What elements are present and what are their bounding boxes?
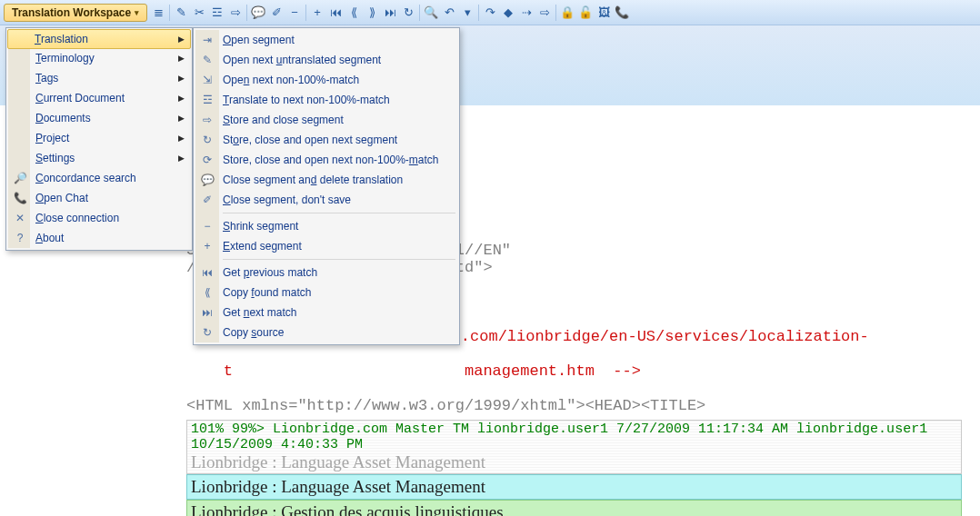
- submenu-item[interactable]: ⇨Store and close segment: [195, 110, 457, 130]
- menu-item[interactable]: ?About: [8, 228, 190, 248]
- submenu-item[interactable]: ⏮Get previous match: [195, 263, 457, 283]
- menu-item[interactable]: 📞Open Chat: [8, 188, 190, 208]
- submenu-item[interactable]: ⏭Get next match: [195, 303, 457, 322]
- menu-item-label: Terminology: [35, 52, 95, 64]
- toolbar-icon-13[interactable]: ↻: [399, 4, 417, 22]
- submenu-item[interactable]: ⟪Copy found match: [195, 283, 457, 303]
- menu-item-label: Project: [35, 132, 69, 144]
- tm-text: Lionbridge : Language Asset Management: [191, 452, 957, 472]
- menu-separator: [223, 259, 455, 260]
- submenu-item[interactable]: 💬Close segment and delete translation: [195, 170, 457, 190]
- toolbar-icon-7[interactable]: −: [285, 4, 304, 22]
- toolbar-icon-2[interactable]: ✂: [190, 4, 208, 22]
- toolbar-icon-18[interactable]: ◆: [499, 4, 517, 22]
- submenu-arrow-icon: ▶: [178, 74, 185, 83]
- submenu-item-label: Copy source: [223, 326, 284, 339]
- main-menu: Translation▶Terminology▶Tags▶Current Doc…: [5, 27, 193, 251]
- menu-item[interactable]: Translation▶: [7, 29, 191, 49]
- submenu-item-icon: ✐: [199, 194, 215, 206]
- menu-item-icon: ✕: [12, 212, 28, 224]
- submenu-item-label: Translate to next non-100%-match: [223, 94, 390, 106]
- toolbar-icon-21[interactable]: 🔒: [558, 4, 576, 22]
- menu-item[interactable]: Current Document▶: [8, 88, 190, 108]
- submenu-item-icon: ⇥: [199, 34, 215, 46]
- toolbar-icon-6[interactable]: ✐: [267, 4, 285, 22]
- toolbar-row: Translation Workspace ≣✎✂☲⇨💬✐−+⏮⟪⟫⏭↻🔍↶▾↷…: [0, 0, 980, 25]
- submenu-item-icon: ☲: [199, 94, 215, 106]
- segment-target[interactable]: Lionbridge : Gestion des acquis linguist…: [186, 500, 962, 516]
- submenu-item[interactable]: −Shrink segment: [195, 216, 457, 236]
- toolbar-icon-19[interactable]: ⇢: [517, 4, 535, 22]
- menu-item-icon: ?: [12, 232, 28, 244]
- submenu-item-icon: 💬: [199, 174, 215, 186]
- submenu-item-icon: −: [199, 220, 215, 233]
- submenu-item[interactable]: ⇲Open next non-100%-match: [195, 70, 457, 90]
- translation-submenu: ⇥Open segment✎Open next untranslated seg…: [193, 27, 460, 345]
- menu-item[interactable]: Tags▶: [8, 68, 190, 88]
- menu-item-icon: 🔎: [12, 172, 28, 184]
- submenu-item[interactable]: ⇥Open segment: [195, 30, 457, 50]
- submenu-arrow-icon: ▶: [178, 114, 185, 123]
- toolbar-icon-9[interactable]: ⏮: [326, 4, 345, 22]
- submenu-item[interactable]: ⟳Store, close and open next non-100%-mat…: [195, 150, 457, 170]
- toolbar-icon-20[interactable]: ⇨: [535, 4, 554, 22]
- tm-meta: 101% 99%> Lionbridge.com Master TM lionb…: [191, 422, 957, 452]
- toolbar-icon-0[interactable]: ≣: [149, 4, 167, 22]
- submenu-item[interactable]: ↻Store, close and open next segment: [195, 130, 457, 150]
- toolbar-icon-1[interactable]: ✎: [172, 4, 190, 22]
- menu-separator: [223, 213, 455, 213]
- toolbar-icon-3[interactable]: ☲: [208, 4, 226, 22]
- toolbar-icon-8[interactable]: +: [308, 4, 326, 22]
- toolbar-icon-11[interactable]: ⟫: [363, 4, 381, 22]
- submenu-item-label: Get previous match: [223, 266, 317, 279]
- menu-item-label: Close connection: [35, 212, 119, 224]
- toolbar-icon-22[interactable]: 🔓: [576, 4, 595, 22]
- submenu-item-label: Close segment and delete translation: [223, 174, 403, 186]
- submenu-item-icon: ⇨: [199, 114, 215, 126]
- toolbar-icon-23[interactable]: 🖼: [595, 4, 613, 22]
- workspace-button[interactable]: Translation Workspace: [4, 4, 147, 22]
- menu-item-label: Current Document: [35, 92, 125, 104]
- submenu-item[interactable]: ☲Translate to next non-100%-match: [195, 90, 457, 110]
- workspace-button-label: Translation Workspace: [12, 6, 131, 19]
- submenu-arrow-icon: ▶: [178, 35, 185, 44]
- submenu-arrow-icon: ▶: [178, 54, 185, 63]
- submenu-item[interactable]: +Extend segment: [195, 236, 457, 256]
- submenu-arrow-icon: ▶: [178, 94, 185, 103]
- submenu-arrow-icon: ▶: [178, 134, 185, 143]
- submenu-item[interactable]: ↻Copy source: [195, 322, 457, 342]
- toolbar-icon-10[interactable]: ⟪: [345, 4, 363, 22]
- toolbar-icon-12[interactable]: ⏭: [381, 4, 399, 22]
- toolbar-icons: ≣✎✂☲⇨💬✐−+⏮⟪⟫⏭↻🔍↶▾↷◆⇢⇨🔒🔓🖼📞: [149, 4, 631, 22]
- submenu-item-icon: ✎: [199, 54, 215, 66]
- toolbar-icon-4[interactable]: ⇨: [226, 4, 245, 22]
- submenu-item-label: Store and close segment: [223, 114, 344, 126]
- menu-item-label: About: [35, 232, 64, 244]
- toolbar-icon-14[interactable]: 🔍: [422, 4, 440, 22]
- submenu-item[interactable]: ✐Close segment, don't save: [195, 190, 457, 210]
- menu-item[interactable]: ✕Close connection: [8, 208, 190, 228]
- menu-item-label: Documents: [35, 112, 91, 124]
- toolbar-icon-15[interactable]: ↶: [440, 4, 458, 22]
- menu-item[interactable]: 🔎Concordance search: [8, 168, 190, 188]
- menu-item-label: Open Chat: [35, 192, 88, 204]
- menu-item[interactable]: Settings▶: [8, 148, 190, 168]
- submenu-item-icon: ⇲: [199, 74, 215, 86]
- menu-item[interactable]: Documents▶: [8, 108, 190, 128]
- submenu-item-label: Get next match: [223, 306, 296, 319]
- toolbar-icon-16[interactable]: ▾: [458, 4, 476, 22]
- segment-source[interactable]: Lionbridge : Language Asset Management: [186, 474, 962, 500]
- submenu-item-icon: ⟳: [199, 154, 215, 166]
- menu-item-label: Settings: [35, 152, 75, 164]
- menu-item[interactable]: Project▶: [8, 128, 190, 148]
- menu-item[interactable]: Terminology▶: [8, 48, 190, 68]
- toolbar-icon-24[interactable]: 📞: [613, 4, 631, 22]
- submenu-item-label: Open segment: [223, 34, 295, 46]
- submenu-item-icon: ⏭: [199, 306, 215, 319]
- submenu-item-label: Store, close and open next segment: [223, 134, 397, 146]
- toolbar-icon-5[interactable]: 💬: [249, 4, 267, 22]
- toolbar-icon-17[interactable]: ↷: [481, 4, 499, 22]
- menu-item-label: Tags: [35, 72, 58, 84]
- submenu-item[interactable]: ✎Open next untranslated segment: [195, 50, 457, 70]
- submenu-item-icon: ⏮: [199, 266, 215, 279]
